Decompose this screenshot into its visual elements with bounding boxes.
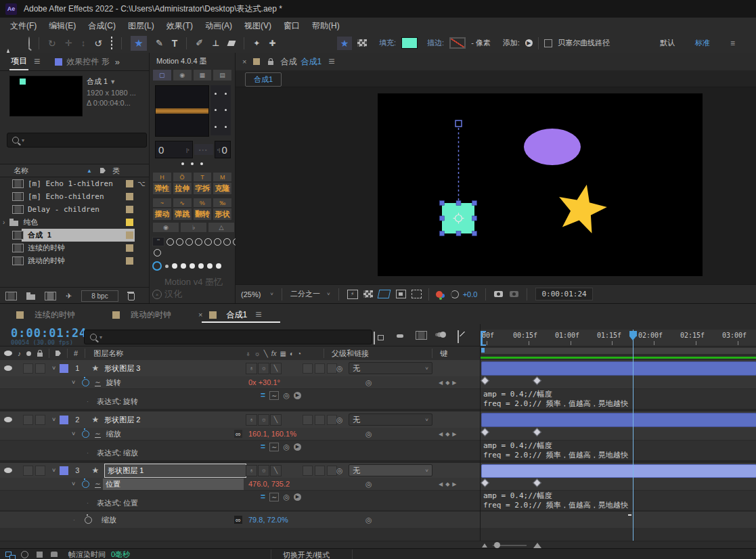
exposure-icon[interactable] (451, 290, 459, 298)
fill-color-swatch[interactable] (401, 37, 418, 49)
brush-tool-icon[interactable]: ✐ (196, 38, 203, 48)
stopwatch-icon[interactable] (82, 430, 89, 438)
column-header-name[interactable]: 名称 (14, 166, 28, 176)
motion-button-bounce[interactable]: 弹跳 (173, 208, 192, 221)
property-value[interactable]: 160.1, 160.1% (248, 430, 296, 438)
motion-tab-anchor-icon[interactable]: ◉ (173, 69, 192, 81)
project-item[interactable]: Delay - children (0, 203, 149, 216)
audio-status-icon[interactable] (51, 552, 58, 557)
composition-mini-flowchart-icon[interactable] (374, 332, 375, 344)
motion-blur-icon[interactable] (440, 332, 446, 338)
property-pickwhip-icon[interactable]: ◎ (365, 516, 372, 524)
menu-layer[interactable]: 图层(L) (122, 20, 160, 32)
solo-column-icon[interactable] (26, 351, 31, 356)
transparency-grid-icon[interactable] (357, 39, 367, 47)
work-area-start-handle[interactable] (481, 348, 485, 353)
expression-label[interactable]: 表达式: 缩放 (97, 448, 138, 458)
fx-switch-icon[interactable]: fx (271, 350, 277, 357)
quality-switch-icon[interactable]: ╲ (264, 350, 268, 357)
property-row-rotation[interactable]: ˅ ∼ 旋转 0x +30.1° ◎ ◀◆▶ (0, 376, 481, 388)
composition-canvas[interactable] (378, 93, 703, 276)
expression-enable-icon[interactable]: = (261, 390, 265, 400)
layer-name-column-header[interactable]: 图层名称 (93, 349, 123, 359)
property-pickwhip-icon[interactable]: ◎ (365, 430, 372, 439)
viewer-tab-close-icon[interactable]: × (242, 58, 246, 66)
timeline-zoom-slider[interactable] (493, 545, 527, 546)
layer-visibility-icon[interactable] (4, 365, 12, 371)
snapshot-icon[interactable] (494, 291, 503, 297)
parent-pickwhip-icon[interactable]: ◎ (336, 466, 343, 475)
switch-slot[interactable] (315, 363, 325, 374)
property-row-position[interactable]: ˅ ∼ 位置 476.0, 735.2 ◎ ◀◆▶ (0, 478, 481, 490)
zoom-tool-icon[interactable] (28, 37, 30, 49)
bezier-path-label[interactable]: 贝塞尔曲线路径 (558, 38, 610, 48)
property-value[interactable]: 79.8, 72.0% (248, 516, 288, 524)
expression-pickwhip-icon[interactable]: ◎ (283, 443, 290, 451)
parent-dropdown[interactable]: 无˅ (349, 362, 432, 374)
expand-chevron-icon[interactable]: ˅ (72, 480, 75, 487)
expression-pickwhip-icon[interactable]: ◎ (283, 493, 290, 501)
project-comp-name[interactable]: 合成 1 (87, 77, 108, 85)
panel-overflow-icon[interactable]: » (115, 57, 120, 67)
mask-visibility-icon[interactable] (377, 290, 391, 298)
graph-toggle-icon[interactable]: ∼ (95, 378, 100, 386)
expression-graph-icon[interactable]: ∼ (269, 493, 279, 501)
menu-effect[interactable]: 效果(T) (160, 20, 199, 32)
pan-camera-tool-icon[interactable]: ✛ (65, 38, 72, 48)
project-item[interactable]: [m] Echo-children (0, 190, 149, 203)
expand-chevron-icon[interactable]: ˅ (52, 365, 55, 372)
project-item[interactable]: [m] Echo 1-children ⌥ (0, 177, 149, 190)
pen-tool-icon[interactable]: ✎ (156, 38, 163, 48)
motion-close-icon[interactable]: × (152, 290, 162, 299)
key-column-header[interactable]: 键 (440, 349, 447, 359)
motion-toggle-b-icon[interactable]: ♭ (180, 222, 207, 233)
menu-view[interactable]: 视图(V) (238, 20, 277, 32)
guides-icon[interactable] (412, 290, 422, 298)
expression-code[interactable]: amp = 0.4;//幅度 freq = 2.0;// 频率，值越高，晃地越快… (483, 491, 754, 510)
property-pickwhip-icon[interactable]: ◎ (365, 480, 372, 489)
shy-switch[interactable]: ♁ (246, 363, 257, 374)
project-item[interactable]: 连续的时钟 (0, 242, 149, 254)
eraser-tool-icon[interactable] (227, 41, 236, 46)
switch-slot[interactable] (303, 466, 313, 476)
zoom-in-mountain-icon[interactable] (533, 543, 541, 548)
interpret-footage-icon[interactable] (5, 292, 17, 300)
motion-mid-controls[interactable]: ▫◦▫ (194, 144, 213, 155)
motion-button-elastic[interactable]: 弹性 (152, 182, 172, 195)
project-item-selected[interactable]: 合成 1 (0, 229, 149, 242)
motion-tab-more-icon[interactable]: ▤ (213, 69, 232, 81)
stroke-width-value[interactable]: - 像素 (471, 38, 491, 48)
timeline-tab-bouncing-clock[interactable]: 跳动的时钟 (131, 309, 171, 321)
collapse-switch[interactable]: ☼ (258, 465, 269, 476)
menu-composition[interactable]: 合成(C) (82, 20, 122, 32)
motion-button-stretch[interactable]: 拉伸 (173, 182, 192, 195)
workspace-default[interactable]: 默认 (660, 38, 675, 48)
switch-slot[interactable] (303, 363, 313, 374)
motion-tab-grid-icon[interactable]: ▦ (193, 69, 213, 81)
timeline-tab-continuous-clock[interactable]: 连续的时钟 (35, 309, 75, 321)
label-color-chip[interactable] (126, 231, 133, 239)
type-tool-icon[interactable]: T (172, 38, 178, 49)
switch-slot[interactable] (327, 415, 337, 425)
stroke-color-swatch[interactable] (449, 37, 466, 49)
workspace-standard[interactable]: 标准 (695, 38, 710, 48)
quality-switch[interactable]: ╲ (270, 363, 282, 374)
adjust-icon[interactable]: ✈ (66, 292, 72, 300)
stroke-label[interactable]: 描边: (427, 38, 444, 48)
layer-label-chip[interactable] (60, 416, 68, 424)
project-item[interactable]: 跳动的时钟 (0, 254, 149, 267)
stopwatch-icon[interactable] (82, 379, 89, 386)
parent-pickwhip-icon[interactable]: ◎ (336, 416, 343, 424)
solo-slot[interactable] (35, 363, 45, 374)
graph-toggle-icon[interactable]: ∼ (95, 480, 100, 488)
solo-slot[interactable] (35, 415, 45, 425)
motion-button-wiggle[interactable]: 摆动 (152, 208, 172, 221)
tab-project[interactable]: 项目 (9, 53, 28, 70)
roto-brush-tool-icon[interactable]: ✦ (253, 39, 260, 48)
render-queue-icon[interactable] (21, 551, 28, 558)
viewer-tab-comp-name[interactable]: 合成1 (301, 56, 321, 68)
property-name[interactable]: 旋转 (106, 378, 121, 388)
bezier-path-checkbox[interactable] (544, 39, 552, 47)
work-area-bar[interactable] (481, 347, 756, 355)
shy-switch-icon[interactable]: ♁ (246, 350, 251, 357)
